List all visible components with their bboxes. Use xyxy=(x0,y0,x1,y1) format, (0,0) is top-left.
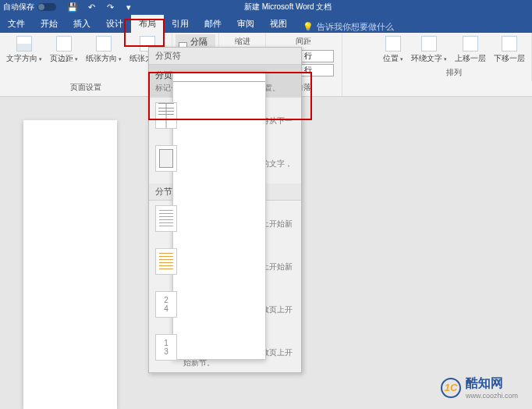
breaks-dropdown-menu: 分页符 分页符(P)标记一页结束与下一页开始的位置。 分栏符(C)指示分栏符后面… xyxy=(148,47,302,373)
tab-layout[interactable]: 布局 xyxy=(131,15,164,33)
toggle-off-icon xyxy=(37,3,56,11)
orientation-icon xyxy=(96,36,112,52)
menu-section-page-breaks: 分页符 xyxy=(149,48,301,65)
tell-me-search[interactable]: 💡 告诉我你想要做什么 xyxy=(303,21,394,33)
tab-view[interactable]: 视图 xyxy=(262,15,295,33)
text-direction-button[interactable]: 文字方向 xyxy=(3,34,45,80)
tab-home[interactable]: 开始 xyxy=(33,15,66,33)
watermark-logo-icon: 1C xyxy=(441,378,461,398)
odd-page-icon: 13 xyxy=(155,334,177,361)
group-page-setup: 文字方向 页边距 纸张方向 纸张大小 页面设置 xyxy=(0,33,172,96)
tab-mailings[interactable]: 邮件 xyxy=(197,15,229,33)
page-break-icon xyxy=(172,71,266,360)
menu-item-page-break[interactable]: 分页符(P)标记一页结束与下一页开始的位置。 xyxy=(149,65,301,98)
bring-forward-button[interactable]: 上移一层 xyxy=(452,34,489,66)
window-title: 新建 Microsoft Word 文档 xyxy=(244,2,332,12)
lightbulb-icon: 💡 xyxy=(303,22,314,32)
tab-file[interactable]: 文件 xyxy=(0,15,33,33)
forward-icon xyxy=(463,36,478,52)
wrap-icon xyxy=(421,36,437,52)
document-page[interactable] xyxy=(23,120,117,409)
send-backward-button[interactable]: 下移一层 xyxy=(491,34,528,66)
redo-icon[interactable]: ↷ xyxy=(105,2,115,12)
autosave-toggle[interactable]: 自动保存 xyxy=(3,2,56,12)
group-arrange: 位置 环绕文字 上移一层 下移一层 排列 xyxy=(377,33,532,81)
quick-access-toolbar: 💾 ↶ ↷ ▾ xyxy=(67,2,134,12)
position-icon xyxy=(385,36,401,52)
even-page-icon: 24 xyxy=(155,291,177,318)
qat-more-icon[interactable]: ▾ xyxy=(123,2,134,12)
orientation-button[interactable]: 纸张方向 xyxy=(83,34,125,80)
column-break-icon xyxy=(155,102,177,129)
tab-design[interactable]: 设计 xyxy=(98,15,131,33)
text-wrapping-icon xyxy=(155,145,177,172)
ribbon-tabs: 文件 开始 插入 设计 布局 引用 邮件 审阅 视图 💡 告诉我你想要做什么 xyxy=(0,14,532,33)
margins-icon xyxy=(56,36,72,52)
margins-button[interactable]: 页边距 xyxy=(47,34,81,80)
undo-icon[interactable]: ↶ xyxy=(86,2,97,12)
save-icon[interactable]: 💾 xyxy=(67,2,78,12)
title-bar: 自动保存 💾 ↶ ↷ ▾ 新建 Microsoft Word 文档 xyxy=(0,0,532,14)
tab-insert[interactable]: 插入 xyxy=(66,15,98,33)
continuous-icon xyxy=(155,248,177,275)
backward-icon xyxy=(502,36,517,52)
watermark: 1C 酷知网 www.coozhi.com xyxy=(441,375,518,400)
tab-references[interactable]: 引用 xyxy=(164,15,197,33)
text-direction-icon xyxy=(16,36,32,52)
wrap-text-button[interactable]: 环绕文字 xyxy=(408,34,450,66)
tab-review[interactable]: 审阅 xyxy=(229,15,262,33)
position-button[interactable]: 位置 xyxy=(380,34,406,66)
next-page-icon xyxy=(155,205,177,232)
